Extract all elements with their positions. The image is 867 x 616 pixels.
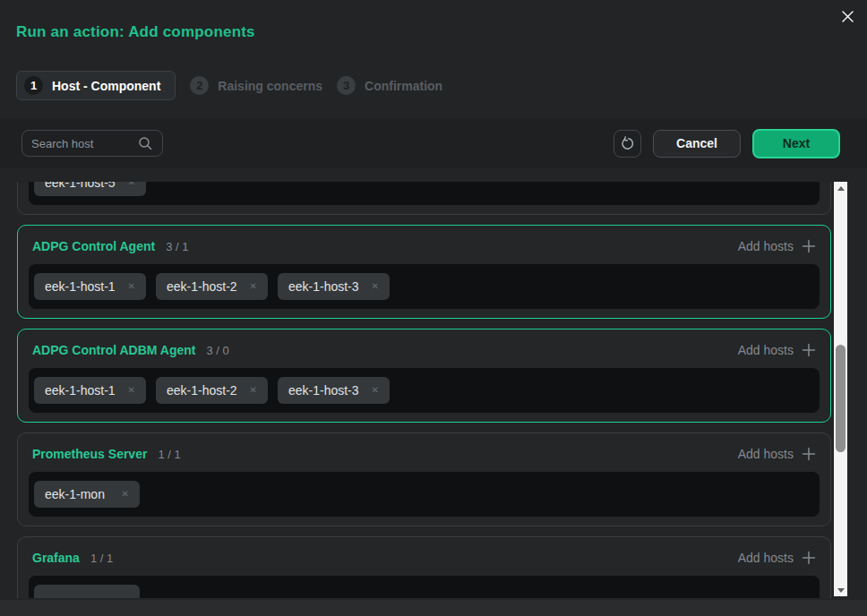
remove-host-icon[interactable]: ✕: [128, 182, 135, 187]
component-name-link[interactable]: ADPG Control ADBM Agent: [32, 343, 196, 357]
host-chip-label: eek-1-host-1: [45, 279, 116, 294]
host-chip: eek-1-host-3✕: [278, 377, 390, 404]
scroll-down-arrow-icon[interactable]: [834, 584, 847, 596]
remove-host-icon[interactable]: ✕: [250, 386, 257, 395]
component-card-header: Grafana 1 / 1 Add hosts: [29, 548, 820, 568]
add-hosts-button[interactable]: Add hosts: [738, 239, 816, 253]
component-host-count: 1 / 1: [90, 552, 113, 565]
add-hosts-button[interactable]: Add hosts: [738, 447, 816, 461]
step-number-badge: 2: [190, 76, 209, 95]
host-chip: eek-1-host-1✕: [34, 273, 146, 300]
host-chip-label: eek-1-host-1: [45, 383, 116, 398]
add-hosts-label: Add hosts: [738, 447, 794, 461]
add-hosts-label: Add hosts: [738, 239, 794, 253]
component-list-viewport: Add hosts eek-1-host-5✕ ADPG Control Age…: [0, 182, 834, 598]
host-chip: eek-1-host-1✕: [34, 377, 146, 404]
vertical-scrollbar[interactable]: [834, 182, 847, 596]
add-hosts-button[interactable]: Add hosts: [738, 343, 816, 357]
plus-icon: [802, 239, 816, 253]
step-number-badge: 1: [24, 76, 43, 95]
toolbar: Cancel Next: [0, 118, 867, 168]
remove-host-icon[interactable]: ✕: [372, 282, 379, 291]
search-input[interactable]: [31, 137, 133, 150]
host-chip: eek-1-host-2✕: [156, 273, 268, 300]
add-hosts-button[interactable]: Add hosts: [738, 551, 816, 565]
host-chip: eek-1-host-5✕: [34, 182, 146, 196]
tab-step-raising-concerns[interactable]: 2 Raising concerns: [190, 72, 322, 99]
toolbar-actions: Cancel Next: [614, 129, 840, 158]
remove-host-icon[interactable]: ✕: [372, 386, 379, 395]
component-card: Add hosts eek-1-host-5✕: [17, 182, 831, 215]
host-chip: eek-1-mon✕: [34, 481, 140, 508]
step-label: Host - Component: [52, 79, 160, 93]
hosts-box: eek-1-host-1✕eek-1-host-2✕eek-1-host-3✕: [29, 264, 820, 309]
step-label: Confirmation: [365, 79, 442, 93]
component-name-link[interactable]: ADPG Control Agent: [32, 239, 155, 253]
scroll-up-arrow-icon[interactable]: [834, 182, 847, 194]
remove-host-icon[interactable]: ✕: [122, 490, 129, 499]
add-hosts-label: Add hosts: [738, 551, 794, 565]
remove-host-icon[interactable]: ✕: [250, 282, 257, 291]
close-icon[interactable]: [838, 7, 856, 25]
host-chip-label: eek-1-mon: [45, 487, 105, 501]
component-host-count: 3 / 0: [207, 344, 229, 357]
step-label: Raising concerns: [218, 79, 322, 93]
hosts-box: eek-1-host-1✕eek-1-host-2✕eek-1-host-3✕: [29, 368, 820, 413]
host-chip-label: eek-1-host-5: [45, 182, 116, 190]
component-host-count: 3 / 1: [166, 240, 188, 253]
host-chip-label: eek-1-host-3: [288, 279, 359, 294]
plus-icon: [802, 447, 816, 461]
hosts-box: [29, 576, 820, 598]
hosts-box: eek-1-host-5✕: [29, 182, 820, 205]
host-chip-label: eek-1-host-2: [167, 383, 237, 398]
component-card: Prometheus Server 1 / 1 Add hosts eek-1-…: [17, 432, 831, 526]
remove-host-icon[interactable]: ✕: [128, 386, 135, 395]
component-card-header: Prometheus Server 1 / 1 Add hosts: [29, 444, 820, 464]
step-tabs: 1 Host - Component 2 Raising concerns 3 …: [16, 71, 442, 100]
remove-host-icon[interactable]: ✕: [128, 282, 135, 291]
component-name-link[interactable]: Grafana: [32, 551, 80, 565]
plus-icon: [802, 343, 816, 357]
host-chip-label: eek-1-host-2: [167, 279, 237, 294]
step-number-badge: 3: [337, 76, 356, 95]
component-card: ADPG Control Agent 3 / 1 Add hosts eek-1…: [17, 225, 831, 319]
component-card-header: ADPG Control Agent 3 / 1 Add hosts: [29, 236, 820, 256]
next-button[interactable]: Next: [752, 129, 840, 158]
host-chip: eek-1-host-3✕: [278, 273, 390, 300]
run-action-modal: Run an action: Add components 1 Host - C…: [0, 0, 867, 616]
scrollbar-thumb[interactable]: [836, 345, 846, 452]
host-chip-label: eek-1-host-3: [288, 383, 359, 398]
page-title: Run an action: Add components: [16, 23, 255, 41]
component-name-link[interactable]: Prometheus Server: [32, 447, 147, 461]
component-host-count: 1 / 1: [158, 448, 180, 461]
reset-button[interactable]: [614, 130, 641, 158]
component-card: ADPG Control ADBM Agent 3 / 0 Add hosts …: [17, 329, 831, 423]
tab-step-confirmation[interactable]: 3 Confirmation: [337, 72, 442, 99]
reset-icon: [620, 136, 635, 151]
component-list: Add hosts eek-1-host-5✕ ADPG Control Age…: [17, 182, 831, 598]
add-hosts-label: Add hosts: [738, 343, 794, 357]
tab-step-host-component[interactable]: 1 Host - Component: [16, 71, 176, 100]
host-chip: eek-1-host-2✕: [156, 377, 268, 404]
host-chip: [34, 585, 140, 598]
modal-footer-strip: [0, 600, 867, 616]
plus-icon: [802, 551, 816, 565]
search-box: [21, 130, 163, 157]
component-card-header: ADPG Control ADBM Agent 3 / 0 Add hosts: [29, 340, 820, 360]
search-icon: [138, 136, 153, 151]
hosts-box: eek-1-mon✕: [29, 472, 820, 517]
cancel-button[interactable]: Cancel: [653, 130, 741, 158]
component-card: Grafana 1 / 1 Add hosts: [17, 536, 831, 598]
